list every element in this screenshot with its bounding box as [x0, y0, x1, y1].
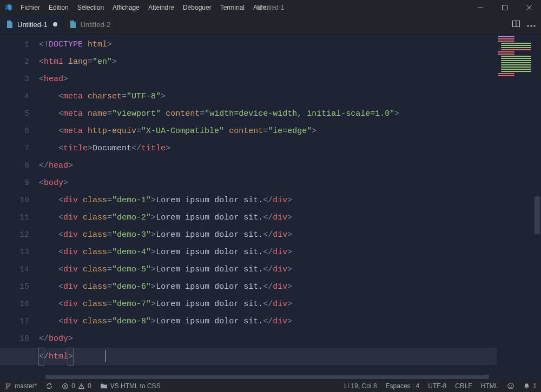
- tab-label: Untitled-2: [81, 21, 111, 29]
- svg-point-4: [527, 25, 529, 26]
- window-title: Untitled-1: [256, 4, 284, 11]
- tab-actions: [506, 15, 541, 34]
- minimize-button[interactable]: [468, 0, 492, 15]
- code-line[interactable]: <div class="demo-1">Lorem ipsum dolor si…: [39, 192, 541, 209]
- svg-point-6: [534, 25, 536, 26]
- language-mode[interactable]: HTML: [477, 380, 503, 392]
- code-area[interactable]: <!DOCTYPE html><html lang="en"><head> <m…: [39, 34, 541, 380]
- line-number: 11: [0, 209, 39, 227]
- more-actions-icon[interactable]: [527, 21, 536, 29]
- minimap[interactable]: [496, 34, 533, 77]
- line-number: 8: [0, 157, 39, 175]
- problems[interactable]: 0 0: [57, 380, 95, 392]
- line-number: 3: [0, 71, 39, 88]
- smiley-icon: [507, 382, 514, 390]
- code-line[interactable]: <meta name="viewport" content="width=dev…: [39, 105, 541, 123]
- feedback-button[interactable]: [503, 380, 519, 392]
- encoding[interactable]: UTF-8: [424, 380, 451, 392]
- code-line[interactable]: <html lang="en">: [39, 54, 541, 71]
- menu-edit[interactable]: Edition: [44, 0, 73, 15]
- sync-button[interactable]: [41, 380, 57, 392]
- line-number: 7: [0, 140, 39, 157]
- tab-bar: Untitled-1 Untitled-2: [0, 15, 541, 34]
- bell-icon: [523, 382, 530, 390]
- code-line[interactable]: <meta charset="UTF-8">: [39, 88, 541, 105]
- titlebar: Fichier Edition Sélection Affichage Atte…: [0, 0, 541, 15]
- svg-point-5: [531, 25, 532, 26]
- warning-icon: [78, 383, 85, 390]
- code-line[interactable]: <body>: [39, 175, 541, 192]
- code-line[interactable]: <title>Document</title>: [39, 140, 541, 157]
- horizontal-scrollbar[interactable]: [39, 375, 533, 380]
- code-line[interactable]: </body>: [39, 330, 541, 348]
- app-logo-icon: [0, 0, 16, 15]
- code-line[interactable]: </head>: [39, 157, 541, 175]
- code-line[interactable]: <head>: [39, 71, 541, 88]
- scrollbar-thumb[interactable]: [535, 196, 540, 234]
- indentation[interactable]: Espaces : 4: [381, 380, 424, 392]
- eol[interactable]: CRLF: [451, 380, 476, 392]
- menu-terminal[interactable]: Terminal: [216, 0, 249, 15]
- svg-rect-1: [502, 5, 507, 10]
- tab-untitled-1[interactable]: Untitled-1: [0, 15, 63, 34]
- dirty-indicator-icon: [53, 22, 57, 26]
- code-line[interactable]: <div class="demo-2">Lorem ipsum dolor si…: [39, 209, 541, 227]
- line-number: 15: [0, 278, 39, 296]
- code-line[interactable]: <div class="demo-4">Lorem ipsum dolor si…: [39, 244, 541, 261]
- file-icon: [5, 20, 14, 29]
- file-icon: [69, 20, 77, 29]
- notifications[interactable]: 1: [519, 380, 541, 392]
- tab-untitled-2[interactable]: Untitled-2: [63, 15, 117, 34]
- git-branch[interactable]: master*: [0, 380, 41, 392]
- split-editor-icon[interactable]: [512, 19, 520, 30]
- svg-point-8: [6, 388, 8, 389]
- sync-icon: [45, 382, 53, 390]
- editor[interactable]: 12345678910111213141516171819 <!DOCTYPE …: [0, 34, 541, 380]
- code-line[interactable]: <div class="demo-5">Lorem ipsum dolor si…: [39, 261, 541, 278]
- svg-point-12: [508, 383, 514, 389]
- svg-point-14: [511, 385, 512, 386]
- line-number: 16: [0, 296, 39, 313]
- line-number: 14: [0, 261, 39, 278]
- code-line[interactable]: </html>: [39, 348, 541, 365]
- text-cursor: [105, 350, 106, 362]
- code-line[interactable]: <div class="demo-6">Lorem ipsum dolor si…: [39, 278, 541, 296]
- svg-point-9: [9, 383, 10, 385]
- line-number: 2: [0, 54, 39, 71]
- line-number-gutter: 12345678910111213141516171819: [0, 34, 39, 380]
- menu-view[interactable]: Affichage: [108, 0, 144, 15]
- status-bar: master* 0 0 VS HTML to CSS Li 19, Col 8 …: [0, 380, 541, 392]
- code-line[interactable]: <div class="demo-8">Lorem ipsum dolor si…: [39, 313, 541, 330]
- close-button[interactable]: [517, 0, 541, 15]
- folder-icon: [100, 383, 108, 389]
- scrollbar-thumb[interactable]: [45, 375, 489, 379]
- code-line[interactable]: <meta http-equiv="X-UA-Compatible" conte…: [39, 123, 541, 140]
- menu-bar: Fichier Edition Sélection Affichage Atte…: [16, 0, 270, 15]
- window-controls: [468, 0, 541, 15]
- git-branch-icon: [4, 382, 12, 390]
- code-line[interactable]: <!DOCTYPE html>: [39, 36, 541, 54]
- folder-indicator[interactable]: VS HTML to CSS: [96, 380, 165, 392]
- error-icon: [62, 383, 69, 390]
- vertical-scrollbar[interactable]: [533, 34, 541, 380]
- line-number: 13: [0, 244, 39, 261]
- line-number: 9: [0, 175, 39, 192]
- maximize-button[interactable]: [492, 0, 517, 15]
- line-number: 10: [0, 192, 39, 209]
- line-number: 1: [0, 36, 39, 54]
- line-number: 4: [0, 88, 39, 105]
- menu-selection[interactable]: Sélection: [73, 0, 108, 15]
- svg-rect-0: [478, 8, 483, 8]
- menu-go[interactable]: Atteindre: [144, 0, 179, 15]
- code-line[interactable]: <div class="demo-3">Lorem ipsum dolor si…: [39, 227, 541, 244]
- tab-label: Untitled-1: [17, 21, 48, 29]
- line-number: 6: [0, 123, 39, 140]
- line-number: 18: [0, 330, 39, 348]
- line-number: 17: [0, 313, 39, 330]
- svg-point-7: [6, 383, 8, 384]
- line-number: 12: [0, 227, 39, 244]
- menu-debug[interactable]: Déboguer: [179, 0, 216, 15]
- menu-file[interactable]: Fichier: [16, 0, 44, 15]
- cursor-position[interactable]: Li 19, Col 8: [340, 380, 381, 392]
- code-line[interactable]: <div class="demo-7">Lorem ipsum dolor si…: [39, 296, 541, 313]
